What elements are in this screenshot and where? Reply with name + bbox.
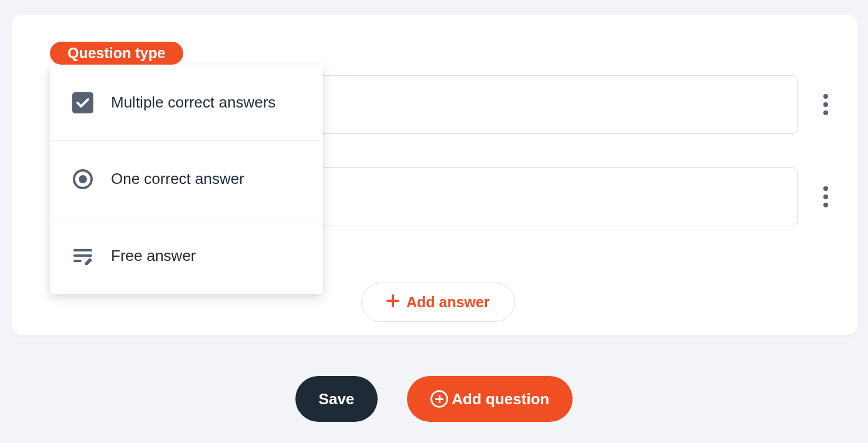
save-label: Save — [319, 390, 355, 408]
svg-point-2 — [79, 175, 87, 183]
radio-selected-icon — [72, 169, 93, 190]
add-question-label: Add question — [452, 390, 549, 408]
edit-lines-icon — [72, 245, 93, 266]
dropdown-item-multiple[interactable]: Multiple correct answers — [50, 65, 323, 141]
plus-icon — [386, 294, 399, 311]
svg-rect-0 — [72, 92, 93, 113]
dropdown-item-one[interactable]: One correct answer — [50, 141, 323, 217]
plus-circle-icon — [430, 390, 448, 408]
badge-label: Question type — [68, 45, 166, 61]
question-type-dropdown: Multiple correct answers One correct ans… — [50, 65, 323, 294]
add-answer-label: Add answer — [406, 294, 490, 311]
dropdown-item-label: Free answer — [111, 247, 196, 265]
question-type-badge: Question type — [50, 42, 183, 65]
answer-options-button-1[interactable] — [814, 94, 837, 115]
dropdown-item-label: One correct answer — [111, 170, 244, 188]
question-card: Question type Multiple correct answers O… — [12, 15, 857, 335]
add-answer-button[interactable]: Add answer — [361, 283, 515, 322]
add-question-button[interactable]: Add question — [407, 376, 573, 422]
answer-options-button-2[interactable] — [814, 186, 837, 207]
dropdown-item-free[interactable]: Free answer — [50, 217, 323, 294]
footer-buttons: Save Add question — [0, 376, 868, 422]
dropdown-item-label: Multiple correct answers — [111, 93, 275, 112]
checkbox-checked-icon — [72, 92, 93, 113]
save-button[interactable]: Save — [295, 376, 378, 422]
